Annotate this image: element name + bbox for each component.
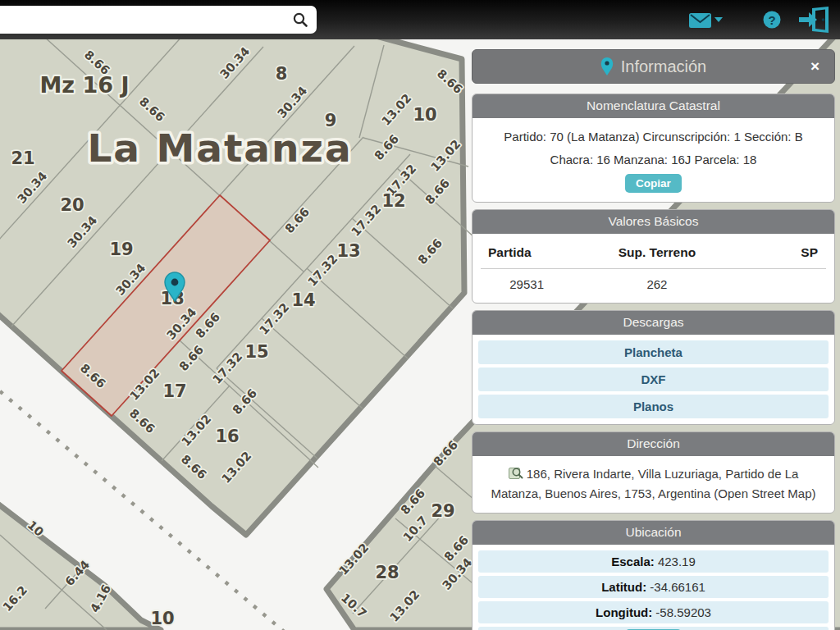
section-ubicacion: Ubicación Escala: 423.19Latitud: -34.661… [472, 520, 835, 630]
exit-door-icon [797, 7, 832, 33]
download-item[interactable]: Plancheta [478, 340, 829, 364]
map-label: 12 [381, 191, 405, 211]
close-icon[interactable]: × [806, 57, 824, 76]
section-title: Descargas [472, 311, 834, 335]
section-direccion: Dirección 186, Rivera Indarte, Villa Luz… [472, 431, 835, 514]
section-title: Dirección [472, 432, 834, 456]
map-label: 21 [11, 148, 34, 168]
location-row: Escala: 423.19 [478, 550, 829, 573]
location-value: 423.19 [655, 555, 696, 568]
section-title: Nomenclatura Catastral [472, 94, 834, 118]
messages-menu-button[interactable] [687, 7, 725, 33]
map-label: 8 [276, 64, 288, 84]
section-nomenclatura: Nomenclatura Catastral Partido: 70 (La M… [472, 94, 835, 203]
copy-button[interactable]: Copiar [625, 174, 682, 193]
location-label: Escala: [611, 555, 655, 568]
help-button[interactable]: ? [761, 7, 783, 33]
map-label: 10 [413, 105, 436, 125]
question-icon: ? [761, 7, 783, 33]
location-row: Latitud: -34.66161 [478, 576, 829, 598]
table-cell [733, 269, 834, 291]
map-label: 29 [431, 501, 454, 521]
map-label: 28 [375, 563, 399, 582]
column-header: Sup. Terreno [581, 242, 733, 268]
location-label: Longitud: [596, 605, 652, 619]
map-label: 14 [291, 290, 315, 310]
svg-text:?: ? [768, 13, 775, 27]
panel-title: Información [600, 57, 707, 76]
map-label: 10 [150, 609, 174, 628]
info-panel: Información × Nomenclatura Catastral Par… [472, 49, 835, 630]
map-label: 20 [60, 195, 84, 215]
map-label: 19 [109, 240, 133, 259]
search-input[interactable] [0, 6, 317, 34]
panel-header: Información × [472, 49, 835, 84]
column-header: Partida [472, 242, 581, 268]
map-label: Mz 16 J [39, 72, 129, 98]
address-text: 186, Rivera Indarte, Villa Luzuriaga, Pa… [491, 467, 815, 500]
column-header: SP [733, 242, 834, 268]
section-valores: Valores Básicos PartidaSup. TerrenoSP 29… [472, 209, 835, 304]
search-icon[interactable] [292, 11, 308, 28]
caret-down-icon [714, 17, 723, 22]
nomenclatura-text: Partido: 70 (La Matanza) Circunscripción… [504, 130, 802, 167]
table-cell: 262 [581, 269, 733, 291]
section-title: Ubicación [472, 521, 834, 545]
download-item[interactable]: DXF [478, 368, 829, 391]
map-label: 13 [336, 241, 360, 261]
location-value: -58.59203 [652, 605, 711, 619]
map-search-icon [509, 467, 523, 480]
map-label: 17 [162, 381, 186, 401]
logout-button[interactable] [797, 7, 832, 33]
envelope-icon [687, 7, 725, 33]
location-row: Longitud: -58.59203 [478, 601, 829, 623]
map-label: 16 [215, 427, 239, 446]
section-title: Valores Básicos [472, 210, 834, 234]
top-bar: ? [0, 0, 840, 39]
map-label: 15 [244, 342, 268, 362]
map-label: La Matanza [87, 126, 352, 171]
valores-table: PartidaSup. TerrenoSP 29531262 [472, 234, 834, 303]
copy-row: Copiar [478, 627, 829, 630]
pin-icon [600, 57, 614, 76]
section-descargas: Descargas PlanchetaDXFPlanos [472, 310, 835, 425]
location-label: Latitud: [601, 580, 646, 594]
location-value: -34.66161 [646, 580, 705, 594]
download-item[interactable]: Planos [478, 395, 829, 418]
table-cell: 29531 [472, 269, 581, 291]
